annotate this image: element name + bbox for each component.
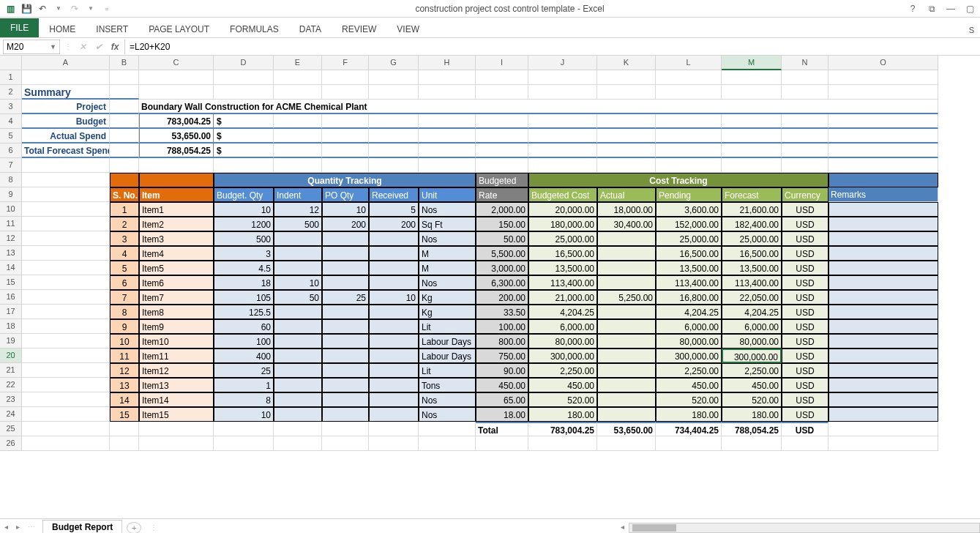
cell-currency[interactable]: USD — [782, 275, 828, 290]
cell-budget-qty[interactable]: 1200 — [214, 217, 274, 231]
cell-forecast[interactable]: 6,000.00 — [722, 319, 782, 334]
sheet-tab-budget-report[interactable]: Budget Report — [42, 520, 122, 533]
cell-currency[interactable]: USD — [782, 202, 828, 217]
cell-budget-qty[interactable]: 4.5 — [214, 261, 274, 275]
row-header-8[interactable]: 8 — [0, 173, 22, 187]
cell-budgeted-cost[interactable]: 16,500.00 — [528, 246, 597, 261]
cell[interactable] — [782, 70, 828, 85]
cell[interactable] — [782, 144, 828, 158]
cell[interactable] — [274, 144, 322, 158]
cell-pending[interactable]: 450.00 — [656, 378, 722, 392]
cell[interactable] — [419, 422, 476, 436]
cell-received[interactable]: 5 — [369, 202, 419, 217]
cell-forecast[interactable]: 113,400.00 — [722, 275, 782, 290]
sheet-nav-first-icon[interactable]: ◂ — [4, 523, 15, 533]
maximize-icon[interactable]: ▢ — [962, 2, 977, 15]
cell-rate[interactable]: 5,500.00 — [476, 246, 528, 261]
cell[interactable] — [22, 319, 110, 334]
cell-budgeted-cost[interactable]: 180.00 — [528, 407, 597, 422]
cell-budget-qty[interactable]: 10 — [214, 407, 274, 422]
cell[interactable] — [322, 70, 369, 85]
cell[interactable] — [722, 436, 782, 451]
cell-received[interactable] — [369, 231, 419, 246]
cell[interactable] — [214, 70, 274, 85]
cell-budget-qty[interactable]: 60 — [214, 319, 274, 334]
cell-remarks[interactable] — [828, 217, 938, 231]
row-header-22[interactable]: 22 — [0, 378, 22, 392]
cell-budgeted-cost[interactable]: 520.00 — [528, 392, 597, 407]
cell[interactable] — [369, 158, 419, 173]
cell-forecast[interactable]: 182,400.00 — [722, 217, 782, 231]
cell[interactable] — [139, 158, 214, 173]
cell[interactable] — [419, 70, 476, 85]
enter-formula-icon[interactable]: ✔ — [92, 40, 105, 53]
cell[interactable] — [722, 144, 782, 158]
cell-rate[interactable]: 3,000.00 — [476, 261, 528, 275]
cell[interactable] — [828, 144, 938, 158]
cell-budgeted-cost[interactable]: 450.00 — [528, 378, 597, 392]
cell[interactable] — [782, 158, 828, 173]
cell-indent[interactable] — [274, 334, 322, 348]
cell-budgeted-cost[interactable]: 180,000.00 — [528, 217, 597, 231]
cell-pending[interactable]: 300,000.00 — [656, 348, 722, 363]
fx-icon[interactable]: fx — [108, 40, 121, 53]
cell-remarks[interactable] — [828, 290, 938, 305]
cell[interactable] — [656, 70, 722, 85]
cell-pending[interactable]: 113,400.00 — [656, 275, 722, 290]
cell[interactable] — [476, 114, 528, 129]
cell-item[interactable]: Item10 — [139, 334, 214, 348]
row-header-3[interactable]: 3 — [0, 100, 22, 114]
cell-item[interactable]: Item4 — [139, 246, 214, 261]
cell[interactable] — [722, 70, 782, 85]
cell-budgeted-cost[interactable]: 21,000.00 — [528, 290, 597, 305]
cell-item[interactable]: Item3 — [139, 231, 214, 246]
cell[interactable] — [322, 422, 369, 436]
cell-budget-qty[interactable]: 3 — [214, 246, 274, 261]
cell-budget-qty[interactable]: 100 — [214, 334, 274, 348]
cell[interactable] — [656, 114, 722, 129]
cell-indent[interactable] — [274, 305, 322, 319]
cell[interactable] — [828, 436, 938, 451]
cell-forecast[interactable]: 22,050.00 — [722, 290, 782, 305]
cell-currency[interactable]: USD — [782, 378, 828, 392]
cell-rate[interactable]: 800.00 — [476, 334, 528, 348]
cell-actual[interactable] — [597, 319, 656, 334]
cell-currency[interactable]: USD — [782, 392, 828, 407]
cell[interactable] — [274, 129, 322, 144]
cell-budgeted-cost[interactable]: 20,000.00 — [528, 202, 597, 217]
cell-sno[interactable]: 9 — [110, 319, 139, 334]
col-header-E[interactable]: E — [274, 56, 322, 70]
cell-rate[interactable]: 65.00 — [476, 392, 528, 407]
cell-sno[interactable]: 4 — [110, 246, 139, 261]
cell[interactable] — [110, 422, 139, 436]
cell-pending[interactable]: 180.00 — [656, 407, 722, 422]
cell-sno[interactable]: 11 — [110, 348, 139, 363]
cell-unit[interactable]: Nos — [419, 392, 476, 407]
cell-indent[interactable]: 12 — [274, 202, 322, 217]
cell-unit[interactable]: Labour Days — [419, 334, 476, 348]
cell-rate[interactable]: 150.00 — [476, 217, 528, 231]
cell-budget-qty[interactable]: 8 — [214, 392, 274, 407]
cell-indent[interactable] — [274, 348, 322, 363]
cell[interactable] — [274, 114, 322, 129]
cancel-formula-icon[interactable]: ✕ — [76, 40, 89, 53]
cell[interactable] — [782, 129, 828, 144]
cell-remarks[interactable] — [828, 305, 938, 319]
cell-currency[interactable]: USD — [782, 334, 828, 348]
undo-icon[interactable]: ↶ — [35, 1, 50, 16]
cell-po-qty[interactable] — [322, 305, 369, 319]
cell-po-qty[interactable] — [322, 231, 369, 246]
cell-remarks[interactable] — [828, 378, 938, 392]
cell-budgeted-cost[interactable]: 80,000.00 — [528, 334, 597, 348]
cell-sno[interactable]: 13 — [110, 378, 139, 392]
cell-remarks[interactable] — [828, 392, 938, 407]
cell-remarks[interactable] — [828, 261, 938, 275]
cell[interactable] — [110, 129, 139, 144]
cell[interactable] — [419, 144, 476, 158]
cell[interactable] — [22, 261, 110, 275]
cell-budget-qty[interactable]: 500 — [214, 231, 274, 246]
cell-forecast[interactable]: 2,250.00 — [722, 363, 782, 378]
cell-sno[interactable]: 7 — [110, 290, 139, 305]
cell-rate[interactable]: 750.00 — [476, 348, 528, 363]
cell-pending[interactable]: 152,000.00 — [656, 217, 722, 231]
